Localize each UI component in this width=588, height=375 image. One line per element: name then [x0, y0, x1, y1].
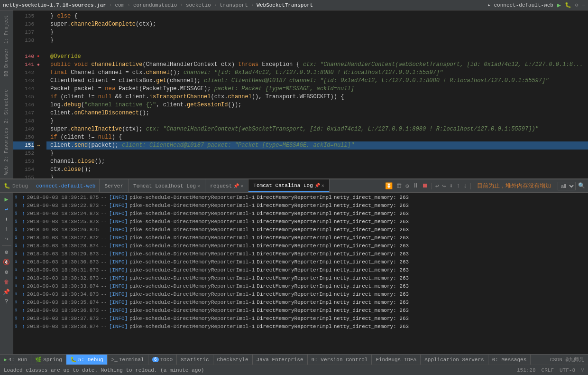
- ln-151: 151: [13, 141, 34, 150]
- debug-rerun-btn[interactable]: ↪: [4, 234, 9, 244]
- tab-req-pin[interactable]: 📌: [233, 183, 239, 189]
- ln-141: 141: [13, 61, 34, 69]
- bc-com[interactable]: com: [115, 2, 124, 8]
- log-toolbar-3[interactable]: ⬇: [449, 181, 454, 191]
- log-line-8: ℹ ↑ 2018-09-03 18:30:29.873 -- [INFO] pi…: [13, 250, 588, 258]
- ln-140: 140: [13, 53, 34, 61]
- tab-tomcat-log[interactable]: Tomcat Localhost Log ✕: [129, 179, 205, 192]
- bottom-tab-vc[interactable]: 9: Version Control: [308, 355, 372, 365]
- code-line-150: if (client != null) {: [46, 133, 588, 141]
- bc-transport[interactable]: transport: [220, 2, 248, 8]
- log-line-2: ℹ ↑ 2018-09-03 18:30:22.873 -- [INFO] pi…: [13, 202, 588, 210]
- bc-websocket[interactable]: WebSocketTransport: [257, 2, 313, 8]
- debug-breakpoints-btn[interactable]: ⚙: [4, 248, 9, 257]
- debug-sep: [2, 245, 11, 246]
- code-line-140: @Override: [46, 53, 588, 61]
- debug-config-label[interactable]: ▸ connect-default-web: [487, 2, 553, 8]
- log-sep1: [432, 183, 432, 189]
- debug-play-btn[interactable]: ▶: [4, 195, 9, 204]
- bc-socketio[interactable]: socketio: [186, 2, 211, 8]
- log-toolbar-1[interactable]: ↩: [434, 181, 440, 191]
- spring-icon: 🌿: [35, 356, 42, 363]
- debug-settings-btn[interactable]: ⚙: [4, 268, 9, 277]
- tab-catalina-close[interactable]: ✕: [322, 183, 324, 188]
- sidebar-dbbrowser-icon[interactable]: DB Browser: [3, 46, 10, 78]
- debug-stepinto-btn[interactable]: ⬇: [4, 215, 9, 224]
- debug-pin-btn[interactable]: 📌: [2, 288, 11, 297]
- debug-icon-bottom: 🐛: [70, 356, 77, 363]
- tab-req-close[interactable]: ✕: [240, 183, 243, 189]
- breakpoint-140[interactable]: ●: [37, 53, 46, 61]
- log-filter-btn[interactable]: ⚙: [404, 181, 410, 191]
- code-line-141: public void channelInactive(ChannelHandl…: [46, 61, 588, 69]
- bottom-tab-spring[interactable]: 🌿 Spring: [31, 355, 66, 365]
- status-right-info: 151:28 CRLF UTF-8 ⑂: [517, 367, 584, 373]
- bottom-tab-appservers[interactable]: Application Servers: [421, 355, 488, 365]
- ln-143: 143: [13, 77, 34, 85]
- log-level-filter[interactable]: all: [558, 182, 576, 190]
- line-sep-indicator[interactable]: CRLF: [542, 367, 554, 373]
- debug-mute-btn[interactable]: 🔇: [2, 258, 11, 267]
- code-line-151: client.send(packet); client: ClientHead@…: [46, 141, 588, 150]
- left-sidebar: 1: Project DB Browser 2: Structure 2: Fa…: [0, 10, 13, 178]
- log-toolbar-4[interactable]: ↑: [455, 181, 461, 190]
- log-stop-btn[interactable]: ⏹: [421, 181, 429, 190]
- log-toolbar-5[interactable]: ↓: [462, 181, 468, 190]
- debug-q-btn[interactable]: ?: [4, 298, 9, 306]
- ln-149: 149: [13, 125, 34, 133]
- sidebar-structure-icon[interactable]: 2: Structure: [3, 87, 10, 125]
- log-search-input-icon[interactable]: 🔍: [577, 181, 586, 190]
- sidebar-project-icon[interactable]: 1: Project: [3, 13, 10, 46]
- code-text-area[interactable]: } else { super.channelReadComplete(ctx);…: [46, 10, 588, 178]
- log-pause-btn[interactable]: ⏸: [412, 181, 420, 190]
- settings-icon[interactable]: ⚙: [575, 2, 579, 8]
- log-line-11: ℹ ↑ 2018-09-03 18:30:32.873 -- [INFO] pi…: [13, 274, 588, 282]
- bottom-tab-statistic[interactable]: Statistic: [177, 355, 213, 365]
- debug-stepout-btn[interactable]: ↑: [4, 225, 9, 234]
- debug-trash-btn[interactable]: 🗑: [3, 278, 10, 287]
- tab-catalina[interactable]: Tomcat Catalina Log 📌 ✕: [248, 179, 329, 192]
- log-scroll-end-btn[interactable]: ⏬: [384, 181, 394, 191]
- more-icon[interactable]: ≡: [582, 2, 585, 8]
- sidebar-favorites-icon[interactable]: 2: Favorites: [3, 126, 10, 164]
- code-line-149: super.channelInactive(ctx); ctx: "Channe…: [46, 125, 588, 133]
- bottom-tab-checkstyle[interactable]: CheckStyle: [213, 355, 253, 365]
- line-number-gutter: 135 136 137 138 140 141 142 143 144 145 …: [13, 10, 37, 178]
- git-icon: ⑂: [581, 367, 584, 373]
- sidebar-web-icon[interactable]: Web: [3, 164, 10, 177]
- debug-stepover-btn[interactable]: ↩: [4, 205, 9, 214]
- bottom-tab-debug[interactable]: 🐛 5: Debug: [66, 355, 108, 365]
- bottom-tab-run[interactable]: ▶ 4: Run: [0, 355, 31, 365]
- ln-153: 153: [13, 158, 34, 166]
- log-output-area[interactable]: ℹ ↑ 2018-09-03 18:30:21.875 -- [INFO] pi…: [13, 193, 588, 354]
- tab-request[interactable]: request 📌 ✕: [205, 179, 248, 192]
- run-button[interactable]: ▶: [557, 1, 561, 9]
- ln-136: 136: [13, 20, 34, 28]
- top-right-actions: ▸ connect-default-web ▶ 🐛 ⚙ ≡: [487, 1, 585, 9]
- tab-server[interactable]: Server: [100, 179, 129, 192]
- bottom-tab-todo[interactable]: 6 TODO: [148, 355, 177, 365]
- ln-145: 145: [13, 93, 34, 101]
- ln-155: 155: [13, 174, 34, 178]
- code-editor: 135 136 137 138 140 141 142 143 144 145 …: [13, 10, 588, 178]
- code-line-145: if (client != null && client.isTransport…: [46, 93, 588, 101]
- line-col-indicator[interactable]: 151:28: [517, 367, 536, 373]
- log-toolbar-2[interactable]: ↪: [441, 181, 447, 191]
- gutter-icons: ● ● →: [37, 10, 46, 178]
- bottom-tab-messages[interactable]: 0: Messages: [488, 355, 531, 365]
- debug-connect-label[interactable]: connect-default-web: [32, 179, 100, 192]
- bottom-tab-terminal[interactable]: >_ Terminal: [108, 355, 148, 365]
- encoding-indicator[interactable]: UTF-8: [560, 367, 575, 373]
- log-line-14: ℹ ↑ 2018-09-03 18:30:35.874 -- [INFO] pi…: [13, 299, 588, 307]
- status-message: Loaded classes are up to date. Nothing t…: [4, 367, 517, 373]
- log-line-7: ℹ ↑ 2018-09-03 18:30:28.874 -- [INFO] pi…: [13, 242, 588, 250]
- filename-label[interactable]: netty-socketio-1.7.16-sources.jar: [3, 2, 106, 8]
- log-clear-btn[interactable]: 🗑: [395, 181, 403, 190]
- log-line-13: ℹ ↑ 2018-09-03 18:30:34.873 -- [INFO] pi…: [13, 291, 588, 299]
- tab-catalina-pin[interactable]: 📌: [314, 183, 320, 188]
- bottom-tab-javaee[interactable]: Java Enterprise: [253, 355, 308, 365]
- tab-tomcat-close[interactable]: ✕: [197, 183, 200, 189]
- bottom-tab-findbugs[interactable]: FindBugs-IDEA: [372, 355, 421, 365]
- debug-button[interactable]: 🐛: [565, 2, 571, 8]
- bc-corundum[interactable]: corundumstudio: [133, 2, 177, 8]
